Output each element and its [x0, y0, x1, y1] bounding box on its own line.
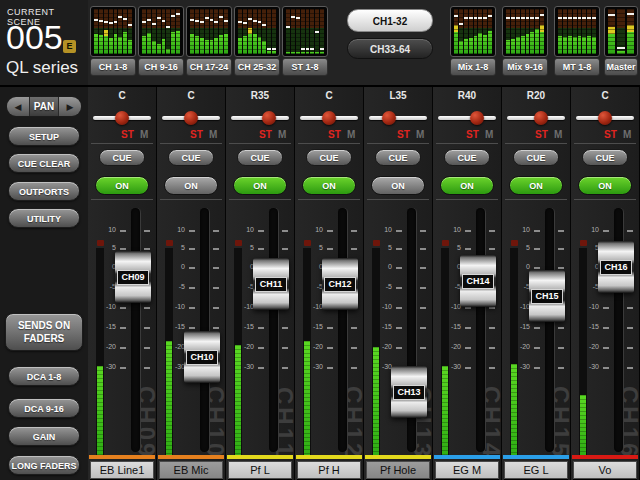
bank-button-ch1-32[interactable]: CH1-32	[347, 9, 433, 32]
dca-9-16-button[interactable]: DCA 9-16	[8, 398, 80, 418]
scale-label: -30	[161, 363, 185, 371]
meter-block-st1-8[interactable]: ST 1-8	[282, 6, 328, 76]
pan-slider[interactable]	[231, 109, 289, 127]
fader-handle[interactable]: CH12	[322, 258, 358, 310]
fader-handle[interactable]: CH16	[598, 241, 634, 293]
fader-track[interactable]	[545, 208, 554, 452]
pan-slider[interactable]	[162, 109, 220, 127]
channel-name[interactable]: EB Mic	[159, 461, 223, 479]
meter-block-ch25-32[interactable]: CH 25-32	[234, 6, 280, 76]
on-button[interactable]: ON	[233, 176, 287, 195]
meter-block-ch17-24[interactable]: CH 17-24	[186, 6, 232, 76]
pan-slider[interactable]	[300, 109, 358, 127]
meter-fill	[580, 395, 586, 455]
fader-track[interactable]	[131, 208, 140, 452]
fader-handle[interactable]: CH14	[460, 255, 496, 307]
utility-button[interactable]: UTILITY	[8, 208, 80, 228]
fader-handle[interactable]: CH11	[253, 258, 289, 310]
scale-label: 5	[92, 244, 116, 252]
sends-on-faders-button[interactable]: SENDS ON FADERS	[5, 313, 83, 351]
on-button[interactable]: ON	[302, 176, 356, 195]
bank-button-ch33-64[interactable]: CH33-64	[347, 38, 433, 59]
scale-tick	[120, 248, 126, 250]
pan-knob[interactable]	[598, 111, 612, 125]
pan-slider[interactable]	[438, 109, 496, 127]
cue-button[interactable]: CUE	[99, 149, 145, 166]
pan-slider[interactable]	[576, 109, 634, 127]
meter-bar	[286, 9, 290, 54]
pan-knob[interactable]	[534, 111, 548, 125]
scale-tick	[213, 248, 219, 250]
pan-knob[interactable]	[262, 111, 276, 125]
fader-handle[interactable]: CH10	[184, 331, 220, 383]
long-faders-button[interactable]: LONG FADERS	[8, 455, 80, 475]
channel-strip: R20 ST M CUE ON 1050-5-10-15-20-30 CH15 …	[502, 87, 570, 480]
fader-handle[interactable]: CH15	[529, 270, 565, 322]
channel-name[interactable]: Pf H	[297, 461, 361, 479]
on-button[interactable]: ON	[578, 176, 632, 195]
fader-track[interactable]	[269, 208, 278, 452]
scale-tick	[144, 230, 150, 232]
outports-button[interactable]: OUTPORTS	[8, 181, 80, 201]
channel-name[interactable]: Pf L	[228, 461, 292, 479]
pan-knob[interactable]	[322, 111, 336, 125]
cue-clear-button[interactable]: CUE CLEAR	[8, 153, 80, 173]
cue-button[interactable]: CUE	[375, 149, 421, 166]
pan-knob[interactable]	[382, 111, 396, 125]
scale-label: 10	[161, 226, 185, 234]
channel-name[interactable]: EB Line1	[90, 461, 154, 479]
fader-handle[interactable]: CH09	[115, 251, 151, 303]
meter-block-mix1-8[interactable]: Mix 1-8	[450, 6, 496, 76]
fader-track[interactable]	[476, 208, 485, 452]
divider	[574, 199, 636, 200]
scale-tick	[558, 367, 564, 369]
scale-tick	[120, 307, 126, 309]
setup-button[interactable]: SETUP	[8, 126, 80, 146]
meter-block-mix9-16[interactable]: Mix 9-16	[502, 6, 548, 76]
pan-knob[interactable]	[115, 111, 129, 125]
cue-button[interactable]: CUE	[168, 149, 214, 166]
meter-block-master[interactable]: Master	[604, 6, 638, 76]
pan-mode-prev-button[interactable]: ◀	[7, 97, 29, 116]
pan-mode-next-button[interactable]: ▶	[59, 97, 81, 116]
meter-bar	[568, 9, 572, 54]
meter-panel	[502, 6, 548, 57]
current-scene-panel[interactable]: CURRENT SCENE 005 E QL series	[0, 0, 88, 85]
meter-block-ch1-8[interactable]: CH 1-8	[90, 6, 136, 76]
fader-handle[interactable]: CH13	[391, 366, 427, 418]
on-button[interactable]: ON	[509, 176, 563, 195]
cue-button[interactable]: CUE	[306, 149, 352, 166]
gain-button[interactable]: GAIN	[8, 426, 80, 446]
on-button[interactable]: ON	[164, 176, 218, 195]
channel-name[interactable]: Pf Hole	[366, 461, 430, 479]
on-button[interactable]: ON	[440, 176, 494, 195]
fader-track[interactable]	[200, 208, 209, 452]
cue-button[interactable]: CUE	[582, 149, 628, 166]
meter-bar	[301, 9, 305, 54]
cue-button[interactable]: CUE	[237, 149, 283, 166]
on-button[interactable]: ON	[371, 176, 425, 195]
dca-1-8-button[interactable]: DCA 1-8	[8, 366, 80, 386]
mono-assign-label: M	[278, 129, 286, 140]
pan-slider[interactable]	[369, 109, 427, 127]
pan-slider[interactable]	[93, 109, 151, 127]
pan-knob[interactable]	[470, 111, 484, 125]
scale-tick	[282, 248, 288, 250]
cue-button[interactable]: CUE	[444, 149, 490, 166]
on-button[interactable]: ON	[95, 176, 149, 195]
meter-block-ch9-16[interactable]: CH 9-16	[138, 6, 184, 76]
scale-tick	[465, 307, 471, 309]
meter-panel	[450, 6, 496, 57]
pan-slider[interactable]	[507, 109, 565, 127]
channel-name[interactable]: EG L	[504, 461, 568, 479]
channel-name[interactable]: Vo	[573, 461, 637, 479]
cue-button[interactable]: CUE	[513, 149, 559, 166]
fader-track[interactable]	[338, 208, 347, 452]
meter-block-mt1-8[interactable]: MT 1-8	[554, 6, 600, 76]
scale-label: -15	[230, 323, 254, 331]
channel-name[interactable]: EG M	[435, 461, 499, 479]
pan-knob[interactable]	[184, 111, 198, 125]
channel-color-bar	[503, 455, 569, 459]
scale-label: -15	[161, 323, 185, 331]
meter-bar	[488, 9, 492, 54]
